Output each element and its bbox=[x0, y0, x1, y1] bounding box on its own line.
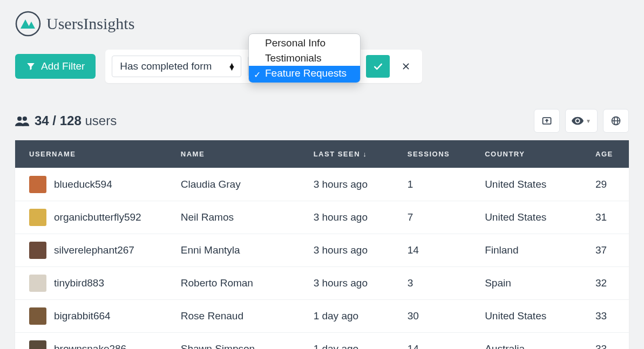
name-cell: Shawn Simpson bbox=[170, 333, 303, 350]
age-cell: 37 bbox=[585, 234, 629, 267]
sessions-cell: 7 bbox=[397, 201, 474, 234]
header-age[interactable]: AGE bbox=[585, 140, 629, 168]
name-cell: Enni Mantyla bbox=[170, 234, 303, 267]
username-cell: tinybird883 bbox=[54, 277, 104, 289]
age-cell: 33 bbox=[585, 333, 629, 350]
last-seen-cell: 3 hours ago bbox=[303, 234, 397, 267]
svg-point-0 bbox=[16, 12, 40, 36]
count-separator: / bbox=[49, 113, 60, 128]
columns-visibility-button[interactable]: ▼ bbox=[565, 109, 598, 133]
total-count: 128 bbox=[60, 113, 82, 128]
country-cell: Finland bbox=[474, 234, 585, 267]
table-row[interactable]: tinybird883Roberto Roman3 hours ago3Spai… bbox=[15, 267, 629, 300]
brand-logo: UsersInsights bbox=[15, 11, 629, 37]
last-seen-cell: 1 day ago bbox=[303, 333, 397, 350]
updown-caret-icon: ▲▼ bbox=[228, 63, 235, 70]
geo-button[interactable] bbox=[603, 109, 629, 133]
dropdown-option[interactable]: Personal Info bbox=[249, 34, 360, 51]
brand-name: UsersInsights bbox=[46, 15, 134, 33]
name-cell: Rose Renaud bbox=[170, 300, 303, 333]
sessions-cell: 14 bbox=[397, 333, 474, 350]
close-icon bbox=[402, 62, 410, 71]
country-cell: United States bbox=[474, 300, 585, 333]
avatar bbox=[29, 176, 46, 193]
header-country[interactable]: COUNTRY bbox=[474, 140, 585, 168]
user-count: 34 / 128 users bbox=[15, 113, 117, 128]
table-row[interactable]: bigrabbit664Rose Renaud1 day ago30United… bbox=[15, 300, 629, 333]
sessions-cell: 14 bbox=[397, 234, 474, 267]
username-cell: brownsnake286 bbox=[54, 343, 126, 349]
header-last-seen[interactable]: LAST SEEN ↓ bbox=[303, 140, 397, 168]
sessions-cell: 1 bbox=[397, 168, 474, 201]
last-seen-cell: 1 day ago bbox=[303, 300, 397, 333]
name-cell: Claudia Gray bbox=[170, 168, 303, 201]
add-filter-label: Add Filter bbox=[41, 60, 85, 72]
table-row[interactable]: organicbutterfly592Neil Ramos3 hours ago… bbox=[15, 201, 629, 234]
filter-icon bbox=[26, 61, 36, 71]
table-header-row: USERNAME NAME LAST SEEN ↓ SESSIONS COUNT… bbox=[15, 140, 629, 168]
avatar bbox=[29, 307, 46, 325]
header-name[interactable]: NAME bbox=[170, 140, 303, 168]
avatar bbox=[29, 275, 46, 292]
last-seen-cell: 3 hours ago bbox=[303, 168, 397, 201]
chevron-down-icon: ▼ bbox=[586, 118, 591, 124]
table-actions: ▼ bbox=[534, 109, 629, 133]
name-cell: Neil Ramos bbox=[170, 201, 303, 234]
table-row[interactable]: brownsnake286Shawn Simpson1 day ago14Aus… bbox=[15, 333, 629, 350]
country-cell: United States bbox=[474, 168, 585, 201]
svg-point-3 bbox=[17, 117, 22, 121]
export-icon bbox=[541, 115, 552, 126]
globe-icon bbox=[611, 115, 621, 126]
confirm-filter-button[interactable] bbox=[366, 55, 390, 78]
stats-row: 34 / 128 users ▼ bbox=[15, 109, 629, 133]
last-seen-cell: 3 hours ago bbox=[303, 267, 397, 300]
filter-type-select[interactable]: Has completed form ▲▼ bbox=[112, 56, 241, 77]
sessions-cell: 30 bbox=[397, 300, 474, 333]
country-cell: Australia bbox=[474, 333, 585, 350]
table-row[interactable]: blueduck594Claudia Gray3 hours ago1Unite… bbox=[15, 168, 629, 201]
header-sessions[interactable]: SESSIONS bbox=[397, 140, 474, 168]
last-seen-cell: 3 hours ago bbox=[303, 201, 397, 234]
country-cell: United States bbox=[474, 201, 585, 234]
add-filter-button[interactable]: Add Filter bbox=[15, 54, 96, 79]
username-cell: silverelephant267 bbox=[54, 244, 134, 256]
eye-icon bbox=[572, 117, 584, 125]
avatar bbox=[29, 340, 46, 349]
dropdown-option[interactable]: Testimonials bbox=[249, 51, 360, 66]
age-cell: 29 bbox=[585, 168, 629, 201]
users-icon bbox=[15, 115, 29, 127]
country-cell: Spain bbox=[474, 267, 585, 300]
header-username[interactable]: USERNAME bbox=[15, 140, 170, 168]
filter-value-dropdown: Personal InfoTestimonialsFeature Request… bbox=[248, 33, 361, 83]
remove-filter-button[interactable] bbox=[396, 55, 416, 78]
export-button[interactable] bbox=[534, 109, 560, 133]
filtered-count: 34 bbox=[35, 113, 49, 128]
check-icon bbox=[372, 61, 383, 72]
users-table: USERNAME NAME LAST SEEN ↓ SESSIONS COUNT… bbox=[15, 140, 629, 349]
username-cell: organicbutterfly592 bbox=[54, 211, 141, 223]
avatar bbox=[29, 242, 46, 259]
username-cell: bigrabbit664 bbox=[54, 310, 111, 322]
svg-point-4 bbox=[23, 117, 27, 121]
table-row[interactable]: silverelephant267Enni Mantyla3 hours ago… bbox=[15, 234, 629, 267]
filter-type-label: Has completed form bbox=[120, 60, 212, 72]
age-cell: 32 bbox=[585, 267, 629, 300]
name-cell: Roberto Roman bbox=[170, 267, 303, 300]
users-label: users bbox=[85, 113, 117, 128]
sessions-cell: 3 bbox=[397, 267, 474, 300]
avatar bbox=[29, 209, 46, 226]
age-cell: 31 bbox=[585, 201, 629, 234]
username-cell: blueduck594 bbox=[54, 179, 112, 190]
age-cell: 33 bbox=[585, 300, 629, 333]
logo-icon bbox=[15, 11, 41, 37]
dropdown-option[interactable]: Feature Requests bbox=[249, 66, 360, 83]
